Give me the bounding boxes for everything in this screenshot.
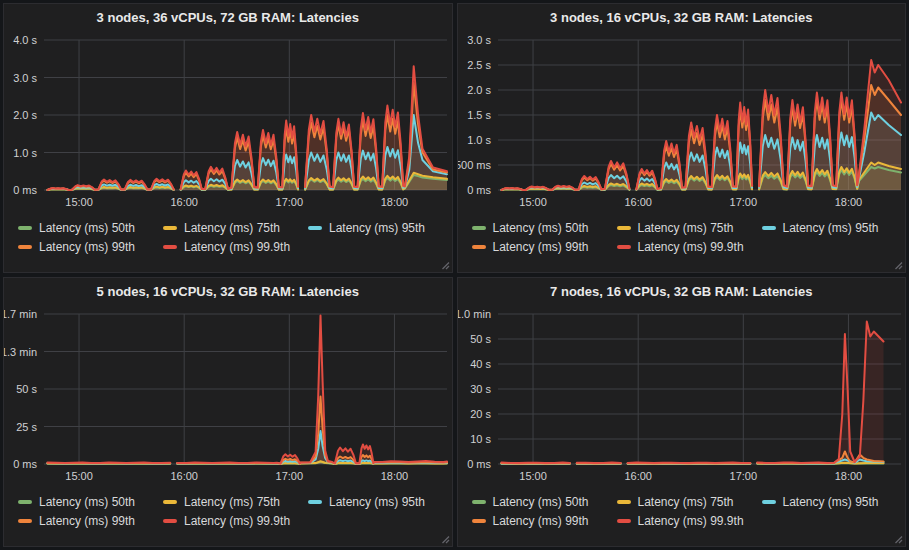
x-tick-label: 17:00	[276, 470, 304, 482]
legend-swatch-icon	[18, 519, 32, 523]
legend-row: Latency (ms) 99thLatency (ms) 99.9th	[472, 237, 906, 256]
y-tick-label: 1.3 min	[4, 346, 37, 358]
legend-label: Latency (ms) 99th	[39, 514, 135, 528]
legend-swatch-icon	[617, 245, 631, 249]
y-tick-label: 2.0 s	[467, 84, 491, 96]
legend-item-p999[interactable]: Latency (ms) 99.9th	[617, 240, 745, 254]
panel-title[interactable]: 7 nodes, 16 vCPUs, 32 GB RAM: Latencies	[458, 278, 906, 306]
y-tick-label: 2.5 s	[467, 59, 491, 71]
legend-label: Latency (ms) 50th	[493, 495, 589, 509]
legend-swatch-icon	[308, 226, 322, 230]
resize-handle-icon[interactable]	[894, 261, 903, 270]
x-tick-label: 15:00	[519, 470, 547, 482]
y-tick-label: 500 ms	[458, 159, 491, 171]
y-tick-label: 30 s	[470, 383, 491, 395]
legend-item-p99[interactable]: Latency (ms) 99th	[472, 240, 600, 254]
latency-chart: 0 ms10 s20 s30 s40 s50 s1.0 min15:0016:0…	[458, 306, 907, 487]
legend-item-p99[interactable]: Latency (ms) 99th	[18, 240, 146, 254]
legend-swatch-icon	[163, 226, 177, 230]
legend-row: Latency (ms) 50thLatency (ms) 75thLatenc…	[18, 218, 452, 237]
y-tick-label: 50 s	[470, 333, 491, 345]
legend-swatch-icon	[472, 226, 486, 230]
panel-3nodes-16vcpu: 3 nodes, 16 vCPUs, 32 GB RAM: Latencies …	[457, 3, 907, 273]
y-tick-label: 1.0 min	[458, 308, 491, 320]
legend-item-p75[interactable]: Latency (ms) 75th	[617, 495, 745, 509]
latency-chart: 0 ms25 s50 s1.3 min1.7 min15:0016:0017:0…	[4, 306, 453, 487]
legend-label: Latency (ms) 99th	[493, 240, 589, 254]
legend-label: Latency (ms) 99.9th	[184, 240, 290, 254]
legend-swatch-icon	[617, 500, 631, 504]
legend-item-p999[interactable]: Latency (ms) 99.9th	[163, 514, 291, 528]
panel-title[interactable]: 5 nodes, 16 vCPUs, 32 GB RAM: Latencies	[4, 278, 452, 306]
legend-label: Latency (ms) 50th	[39, 495, 135, 509]
legend-label: Latency (ms) 99.9th	[638, 514, 744, 528]
legend-item-p95[interactable]: Latency (ms) 95th	[762, 495, 890, 509]
y-tick-label: 10 s	[470, 433, 491, 445]
x-tick-label: 17:00	[729, 470, 757, 482]
y-tick-label: 4.0 s	[13, 34, 37, 46]
legend-item-p75[interactable]: Latency (ms) 75th	[163, 495, 291, 509]
y-tick-label: 0 ms	[467, 184, 491, 196]
legend-item-p999[interactable]: Latency (ms) 99.9th	[617, 514, 745, 528]
legend-swatch-icon	[18, 226, 32, 230]
legend-row: Latency (ms) 50thLatency (ms) 75thLatenc…	[18, 492, 452, 511]
legend-swatch-icon	[617, 226, 631, 230]
y-tick-label: 0 ms	[467, 458, 491, 470]
legend-label: Latency (ms) 75th	[638, 495, 734, 509]
chart-legend: Latency (ms) 50thLatency (ms) 75thLatenc…	[472, 492, 906, 530]
legend-swatch-icon	[472, 519, 486, 523]
latency-chart: 0 ms1.0 s2.0 s3.0 s4.0 s15:0016:0017:001…	[4, 32, 453, 213]
x-tick-label: 17:00	[729, 196, 757, 208]
legend-swatch-icon	[472, 245, 486, 249]
y-tick-label: 1.5 s	[467, 109, 491, 121]
legend-label: Latency (ms) 99th	[493, 514, 589, 528]
legend-item-p95[interactable]: Latency (ms) 95th	[308, 495, 436, 509]
x-tick-label: 18:00	[381, 470, 409, 482]
legend-item-p50[interactable]: Latency (ms) 50th	[472, 495, 600, 509]
legend-label: Latency (ms) 75th	[184, 495, 280, 509]
x-tick-label: 18:00	[834, 196, 862, 208]
series-line-p999	[501, 463, 569, 464]
panel-5nodes-16vcpu: 5 nodes, 16 vCPUs, 32 GB RAM: Latencies …	[3, 277, 453, 547]
legend-item-p99[interactable]: Latency (ms) 99th	[18, 514, 146, 528]
legend-row: Latency (ms) 99thLatency (ms) 99.9th	[18, 237, 452, 256]
legend-item-p75[interactable]: Latency (ms) 75th	[163, 221, 291, 235]
y-tick-label: 20 s	[470, 408, 491, 420]
y-tick-label: 3.0 s	[13, 72, 37, 84]
x-tick-label: 17:00	[276, 196, 304, 208]
y-tick-label: 0 ms	[13, 184, 37, 196]
legend-swatch-icon	[472, 500, 486, 504]
legend-label: Latency (ms) 95th	[783, 495, 879, 509]
chart-legend: Latency (ms) 50thLatency (ms) 75thLatenc…	[472, 218, 906, 256]
legend-swatch-icon	[163, 245, 177, 249]
legend-item-p50[interactable]: Latency (ms) 50th	[18, 221, 146, 235]
y-tick-label: 2.0 s	[13, 109, 37, 121]
legend-item-p50[interactable]: Latency (ms) 50th	[472, 221, 600, 235]
panel-title[interactable]: 3 nodes, 36 vCPUs, 72 GB RAM: Latencies	[4, 4, 452, 32]
legend-item-p999[interactable]: Latency (ms) 99.9th	[163, 240, 291, 254]
legend-item-p75[interactable]: Latency (ms) 75th	[617, 221, 745, 235]
panel-3nodes-36vcpu: 3 nodes, 36 vCPUs, 72 GB RAM: Latencies …	[3, 3, 453, 273]
legend-label: Latency (ms) 99.9th	[638, 240, 744, 254]
y-tick-label: 40 s	[470, 358, 491, 370]
legend-swatch-icon	[18, 500, 32, 504]
resize-handle-icon[interactable]	[894, 535, 903, 544]
legend-item-p95[interactable]: Latency (ms) 95th	[762, 221, 890, 235]
legend-item-p99[interactable]: Latency (ms) 99th	[472, 514, 600, 528]
legend-item-p50[interactable]: Latency (ms) 50th	[18, 495, 146, 509]
legend-row: Latency (ms) 99thLatency (ms) 99.9th	[472, 511, 906, 530]
legend-item-p95[interactable]: Latency (ms) 95th	[308, 221, 436, 235]
resize-handle-icon[interactable]	[441, 261, 450, 270]
legend-row: Latency (ms) 50thLatency (ms) 75thLatenc…	[472, 218, 906, 237]
panel-title[interactable]: 3 nodes, 16 vCPUs, 32 GB RAM: Latencies	[458, 4, 906, 32]
legend-swatch-icon	[163, 500, 177, 504]
legend-label: Latency (ms) 50th	[39, 221, 135, 235]
y-tick-label: 50 s	[16, 383, 37, 395]
chart-legend: Latency (ms) 50thLatency (ms) 75thLatenc…	[18, 492, 452, 530]
legend-label: Latency (ms) 50th	[493, 221, 589, 235]
y-tick-label: 3.0 s	[467, 34, 491, 46]
x-tick-label: 16:00	[170, 196, 198, 208]
dashboard-grid: 3 nodes, 36 vCPUs, 72 GB RAM: Latencies …	[0, 0, 909, 550]
resize-handle-icon[interactable]	[441, 535, 450, 544]
x-tick-label: 18:00	[834, 470, 862, 482]
